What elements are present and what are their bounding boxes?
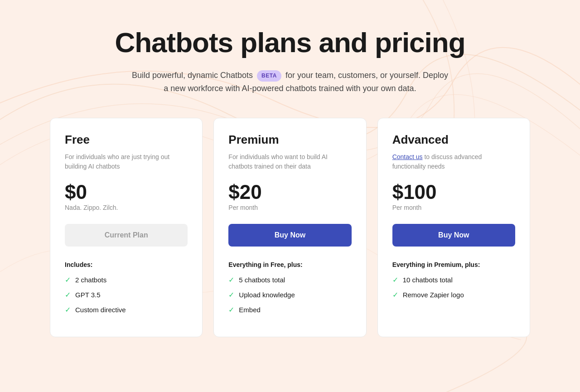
check-icon: ✓ bbox=[228, 276, 234, 284]
plan-price-free: $0 bbox=[65, 182, 188, 202]
feature-item: ✓ Upload knowledge bbox=[228, 290, 351, 299]
buy-now-button-advanced[interactable]: Buy Now bbox=[392, 224, 515, 247]
feature-text: Custom directive bbox=[75, 306, 126, 314]
plan-description-free: For individuals who are just trying out … bbox=[65, 152, 188, 171]
feature-text: 5 chatbots total bbox=[239, 276, 285, 284]
current-plan-button: Current Plan bbox=[65, 224, 188, 247]
feature-item: ✓ Custom directive bbox=[65, 305, 188, 314]
plan-price-advanced: $100 bbox=[392, 182, 515, 202]
contact-us-link[interactable]: Contact us bbox=[392, 153, 423, 160]
feature-text: GPT 3.5 bbox=[75, 291, 101, 299]
plan-card-premium: Premium For individuals who want to buil… bbox=[213, 118, 366, 337]
feature-item: ✓ Remove Zapier logo bbox=[392, 290, 515, 299]
plan-description-advanced: Contact us to discuss advanced functiona… bbox=[392, 152, 515, 171]
plan-price-premium: $20 bbox=[228, 182, 351, 202]
feature-text: Remove Zapier logo bbox=[403, 291, 464, 299]
plan-name-premium: Premium bbox=[228, 133, 351, 147]
check-icon: ✓ bbox=[392, 290, 398, 299]
feature-item: ✓ Embed bbox=[228, 305, 351, 314]
plan-description-premium: For individuals who want to build AI cha… bbox=[228, 152, 351, 171]
feature-text: Upload knowledge bbox=[239, 291, 295, 299]
check-icon: ✓ bbox=[228, 290, 234, 299]
feature-item: ✓ 2 chatbots bbox=[65, 276, 188, 284]
feature-item: ✓ GPT 3.5 bbox=[65, 290, 188, 299]
page-subtitle: Build powerful, dynamic Chatbots BETA fo… bbox=[131, 69, 449, 95]
check-icon: ✓ bbox=[65, 290, 71, 299]
beta-badge: BETA bbox=[257, 70, 281, 82]
buy-now-button-premium[interactable]: Buy Now bbox=[228, 224, 351, 247]
feature-item: ✓ 10 chatbots total bbox=[392, 276, 515, 284]
feature-text: 10 chatbots total bbox=[403, 276, 453, 284]
plans-grid: Free For individuals who are just trying… bbox=[50, 118, 530, 337]
plan-name-advanced: Advanced bbox=[392, 133, 515, 147]
plan-name-free: Free bbox=[65, 133, 188, 147]
plan-card-advanced: Advanced Contact us to discuss advanced … bbox=[377, 118, 530, 337]
check-icon: ✓ bbox=[65, 305, 71, 314]
features-label-advanced: Everything in Premium, plus: bbox=[392, 261, 515, 268]
plan-card-free: Free For individuals who are just trying… bbox=[50, 118, 203, 337]
feature-text: Embed bbox=[239, 306, 261, 314]
page-title: Chatbots plans and pricing bbox=[115, 27, 465, 58]
plan-period-advanced: Per month bbox=[392, 204, 515, 211]
plan-period-premium: Per month bbox=[228, 204, 351, 211]
check-icon: ✓ bbox=[65, 276, 71, 284]
features-label-free: Includes: bbox=[65, 261, 188, 268]
features-label-premium: Everything in Free, plus: bbox=[228, 261, 351, 268]
feature-item: ✓ 5 chatbots total bbox=[228, 276, 351, 284]
check-icon: ✓ bbox=[228, 305, 234, 314]
subtitle-before-badge: Build powerful, dynamic Chatbots bbox=[132, 71, 255, 80]
plan-price-note-free: Nada. Zippo. Zilch. bbox=[65, 204, 188, 211]
check-icon: ✓ bbox=[392, 276, 398, 284]
feature-text: 2 chatbots bbox=[75, 276, 106, 284]
